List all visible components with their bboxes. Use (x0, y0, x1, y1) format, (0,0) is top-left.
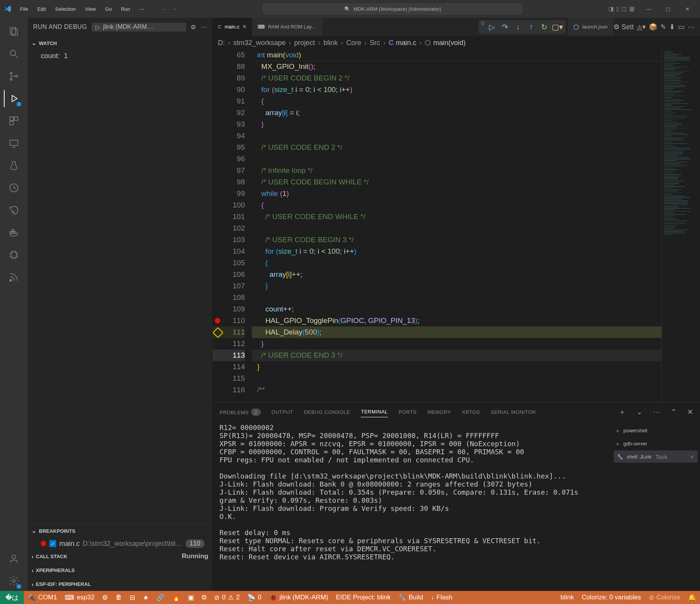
line-number[interactable]: 98 (213, 176, 245, 188)
line-number[interactable]: 104 (213, 246, 245, 257)
debug-config-more-icon[interactable]: ⋯ (201, 23, 207, 31)
panel-close-icon[interactable]: ✕ (687, 408, 693, 416)
terminal-output[interactable]: R12= 00000002 SP(R13)= 20000478, MSP= 20… (213, 421, 611, 591)
code-line[interactable]: HAL_GPIO_TogglePin(GPIOC, GPIO_PIN_13); (252, 315, 661, 326)
line-number[interactable]: 114 (213, 361, 245, 373)
layout-primary-icon[interactable]: ◨ (608, 5, 614, 12)
line-number[interactable]: 90 (213, 84, 245, 95)
line-number[interactable]: 97 (213, 165, 245, 176)
panel-maximize-icon[interactable]: ⌃ (671, 408, 677, 416)
code-line[interactable]: } (252, 361, 661, 373)
code-line[interactable]: { (252, 257, 661, 269)
layout-secondary-icon[interactable]: ◫ (621, 5, 627, 12)
window-maximize-icon[interactable]: ▢ (659, 2, 677, 16)
breadcrumb[interactable]: D:›stm32_worksape›project›blink›Core›Src… (213, 36, 700, 49)
section-breakpoints-header[interactable]: ⌄BREAKPOINTS (28, 524, 212, 538)
code-line[interactable]: { (252, 95, 661, 107)
line-number[interactable]: 99 (213, 188, 245, 199)
panel-more-icon[interactable]: ⋯ (653, 408, 660, 416)
editor-action[interactable]: ✎ (660, 23, 666, 31)
code-line[interactable]: /* USER CODE END WHILE */ (252, 211, 661, 223)
panel-tab[interactable]: OUTPUT (271, 407, 293, 417)
status-gear[interactable]: ⚙ (98, 591, 112, 604)
line-number[interactable]: 94 (213, 130, 245, 142)
debug-stop-icon[interactable]: ▢▾ (551, 21, 563, 33)
status-errors[interactable]: ⊘ 0 ⚠ 2 (210, 591, 243, 604)
terminal-item[interactable]: 🔧shell: JLink Task✓ (614, 450, 698, 463)
status-radio[interactable]: 📡 0 (243, 591, 265, 604)
status-esp[interactable]: ⌨ esp32 (61, 591, 98, 604)
breakpoint-checkbox[interactable]: ✓ (49, 540, 56, 547)
debug-drag-icon[interactable]: ⠿ (481, 21, 485, 33)
window-close-icon[interactable]: ✕ (678, 2, 696, 16)
breakpoint-item[interactable]: ✓main.c D:\stm32_worksape\project\bli… 1… (28, 538, 212, 549)
debug-restart-icon[interactable]: ↻ (538, 21, 550, 33)
editor-action[interactable]: ⬇ (669, 23, 675, 31)
code-line[interactable]: /* USER CODE BEGIN WHILE */ (252, 176, 661, 188)
line-number[interactable]: 106 (213, 269, 245, 280)
terminal-item[interactable]: ▹gdb-server (614, 437, 698, 450)
activity-docker-icon[interactable] (4, 223, 24, 243)
status-monitor[interactable]: ▣ (184, 591, 198, 604)
status-star[interactable]: ★ (139, 591, 152, 604)
code-line[interactable]: } (252, 338, 661, 350)
code-line[interactable]: /* USER CODE END 2 */ (252, 142, 661, 153)
line-number[interactable]: 110 (213, 315, 245, 326)
debug-stepover-icon[interactable]: ↷ (499, 21, 511, 33)
activity-rss-icon[interactable] (4, 267, 24, 287)
menu-run[interactable]: Run (117, 5, 134, 13)
code-line[interactable]: while (1) (252, 188, 661, 199)
line-number[interactable]: 111 (213, 326, 245, 338)
minimap[interactable] (661, 49, 700, 402)
code-line[interactable]: } (252, 280, 661, 292)
code-line[interactable]: count++; (252, 303, 661, 315)
code-line[interactable]: /* USER CODE END 3 */ (252, 350, 661, 361)
code-line[interactable] (252, 223, 661, 234)
code-line[interactable]: /* USER CODE BEGIN 3 */ (252, 234, 661, 246)
line-number[interactable]: 95 (213, 142, 245, 153)
nav-forward-icon[interactable]: → (172, 6, 177, 12)
activity-debug-icon[interactable]: 1 (4, 89, 24, 109)
status-flame[interactable]: 🔥 (168, 591, 184, 604)
code-line[interactable]: } (252, 119, 661, 130)
code-editor[interactable]: 6588899091929394959697989910010110210310… (213, 49, 700, 402)
editor-action[interactable]: ◬▾ (637, 23, 646, 31)
menu-selection[interactable]: Selection (51, 5, 79, 13)
status-remote-icon[interactable]: �は (0, 591, 24, 604)
activity-settings-icon[interactable]: 1 (4, 571, 24, 591)
breadcrumb-item[interactable]: blink (323, 39, 338, 47)
section-xperipherals-header[interactable]: ›XPERIPHERALS (28, 563, 212, 577)
line-number[interactable]: 115 (213, 373, 245, 384)
status-colorize2[interactable]: ⊘ Colorize (645, 591, 684, 604)
line-number[interactable]: 113 (213, 350, 245, 361)
debug-config-selector[interactable]: ▷ jlink (MDK-ARM… (92, 23, 186, 32)
editor-action[interactable]: 📦 (649, 23, 657, 31)
breadcrumb-item[interactable]: project (294, 39, 315, 47)
status-target[interactable]: blink (557, 591, 578, 604)
code-line[interactable]: /** (252, 384, 661, 396)
watch-item[interactable]: count: 1 (28, 50, 212, 62)
panel-tab[interactable]: DEBUG CONSOLE (304, 407, 350, 417)
debug-config-gear-icon[interactable]: ⚙ (191, 23, 196, 31)
menu-edit[interactable]: Edit (33, 5, 50, 13)
status-terminal[interactable]: ⧉ (198, 591, 210, 604)
status-bell[interactable]: 🔔 (684, 591, 700, 604)
tab-close-icon[interactable]: × (243, 23, 247, 31)
code-line[interactable]: array[i] = i; (252, 107, 661, 119)
status-trash[interactable]: 🗑 (112, 591, 126, 604)
breadcrumb-item[interactable]: stm32_worksape (233, 39, 286, 47)
panel-tab[interactable]: PROBLEMS2 (219, 407, 261, 418)
status-link[interactable]: 🔗 (152, 591, 168, 604)
code-line[interactable]: { (252, 199, 661, 211)
breadcrumb-item[interactable]: C main.c (389, 39, 416, 47)
debug-stepout-icon[interactable]: ↑ (525, 21, 537, 33)
line-number[interactable]: 102 (213, 223, 245, 234)
panel-tab[interactable]: XRTOS (462, 407, 480, 417)
editor-action[interactable]: ⚙ Sett (613, 23, 634, 31)
menu-more[interactable]: ⋯ (136, 5, 148, 13)
editor-tab[interactable]: ◯launch.json (568, 18, 613, 36)
line-number[interactable]: 112 (213, 338, 245, 350)
panel-tab[interactable]: TERMINAL (361, 407, 388, 417)
line-number[interactable]: 100 (213, 199, 245, 211)
section-callstack-header[interactable]: ›CALL STACKRunning (28, 549, 212, 563)
